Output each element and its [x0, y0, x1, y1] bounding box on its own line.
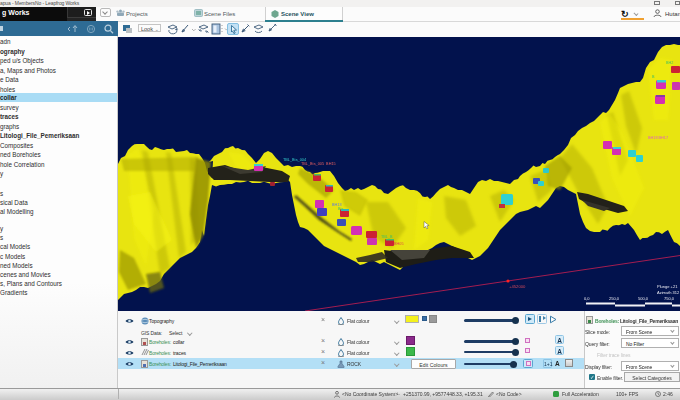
svg-text:0,0: 0,0	[584, 296, 590, 301]
svg-text:TBL_Bts_005 BH15: TBL_Bts_005 BH15	[301, 162, 336, 166]
svg-text:750,0: 750,0	[664, 296, 675, 301]
svg-text:250,0: 250,0	[609, 296, 620, 301]
svg-text:BH05: BH05	[394, 242, 404, 246]
svg-text:BH2: BH2	[666, 61, 673, 65]
svg-text:BH18 BH17: BH18 BH17	[648, 136, 668, 140]
svg-text:Plunge +21: Plunge +21	[657, 284, 678, 289]
svg-text:500,0: 500,0	[638, 296, 649, 301]
svg-text:Bts: Bts	[338, 207, 344, 211]
svg-text:Azimuth 312: Azimuth 312	[657, 290, 680, 295]
svg-text:+452000: +452000	[509, 284, 526, 289]
svg-text:TBL_B: TBL_B	[381, 235, 393, 239]
